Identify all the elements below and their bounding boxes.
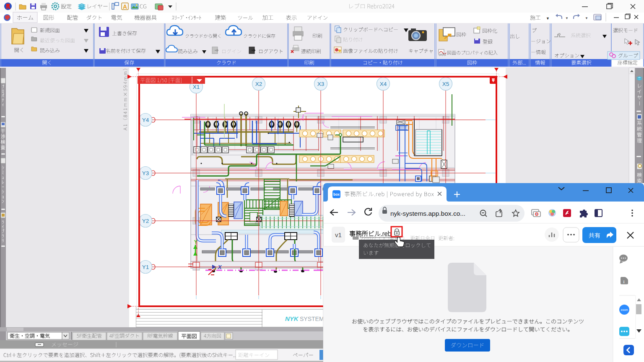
svg-text:Y1: Y1 xyxy=(142,264,149,270)
svg-text:X4: X4 xyxy=(380,81,387,87)
svg-text:▼: ▼ xyxy=(546,16,550,21)
svg-text:X5: X5 xyxy=(442,81,449,87)
svg-text:A: A xyxy=(123,3,127,10)
svg-text:Y: Y xyxy=(194,239,197,245)
svg-text:Y4: Y4 xyxy=(142,117,149,123)
svg-text:▼: ▼ xyxy=(585,16,588,20)
svg-text:X1: X1 xyxy=(193,84,200,90)
svg-text:Y2: Y2 xyxy=(142,218,149,224)
svg-text:nyk-systems.app.box.co...: nyk-systems.app.box.co... xyxy=(390,210,465,217)
svg-text:X2: X2 xyxy=(255,81,262,87)
svg-text:i: i xyxy=(623,279,625,284)
svg-text:NYK: NYK xyxy=(285,315,299,322)
svg-text:▼: ▼ xyxy=(565,16,569,20)
svg-text:box: box xyxy=(333,192,340,197)
svg-text:Y3: Y3 xyxy=(142,170,149,176)
svg-text:v1: v1 xyxy=(335,231,342,238)
svg-text:X3: X3 xyxy=(317,81,325,87)
svg-text:zoom: zoom xyxy=(621,308,628,311)
